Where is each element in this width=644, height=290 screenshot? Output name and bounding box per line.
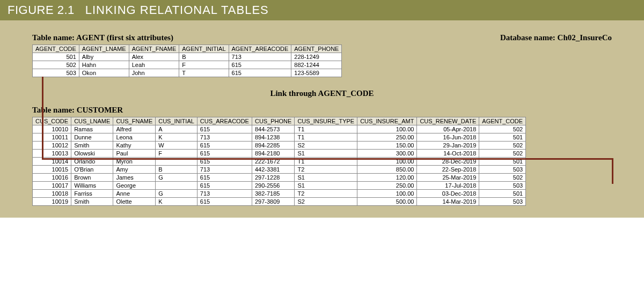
- figure-number: FIGURE 2.1: [8, 3, 75, 17]
- cell: 713: [229, 53, 291, 61]
- cell: Williams: [71, 182, 113, 190]
- cell: 442-3381: [252, 166, 294, 174]
- cell: 100.00: [357, 125, 417, 133]
- cell: 894-2180: [252, 150, 294, 158]
- cell: James: [113, 174, 156, 182]
- cell: T2: [295, 166, 357, 174]
- connector-vertical-left: [42, 77, 43, 160]
- cell: 894-1238: [252, 133, 294, 142]
- cell: S2: [295, 198, 357, 206]
- cell: 10013: [33, 150, 71, 158]
- cell: B: [179, 53, 229, 61]
- cell: 502: [479, 174, 526, 182]
- table-row: 501AlbyAlexB713228-1249: [33, 53, 342, 61]
- cell: 713: [197, 166, 252, 174]
- cell: Olette: [113, 198, 156, 206]
- customer-col-cus_renew_date: CUS_RENEW_DATE: [417, 117, 479, 125]
- cell: 10011: [33, 133, 71, 142]
- cell: 120.00: [357, 174, 417, 182]
- cell: 25-Mar-2019: [417, 174, 479, 182]
- cell: K: [156, 133, 197, 142]
- cell: 228-1249: [291, 53, 342, 61]
- cell: 05-Apr-2018: [417, 125, 479, 133]
- table-row: 10015O'BrianAmyB713442-3381T2850.0022-Se…: [33, 166, 526, 174]
- cell: 882-1244: [291, 61, 342, 69]
- cell: 10018: [33, 190, 71, 198]
- table-row: 503OkonJohnT615123-5589: [33, 69, 342, 77]
- cell: F: [156, 150, 197, 158]
- cell: Hahn: [79, 61, 129, 69]
- cell: Anne: [113, 190, 156, 198]
- customer-col-cus_initial: CUS_INITIAL: [156, 117, 197, 125]
- agent-col-agent_code: AGENT_CODE: [33, 45, 79, 53]
- cell: 615: [197, 150, 252, 158]
- cell: 22-Sep-2018: [417, 166, 479, 174]
- cell: O'Brian: [71, 166, 113, 174]
- agent-col-agent_fname: AGENT_FNAME: [129, 45, 179, 53]
- cell: 300.00: [357, 150, 417, 158]
- customer-col-cus_insure_type: CUS_INSURE_TYPE: [295, 117, 357, 125]
- figure-title: LINKING RELATIONAL TABLES: [85, 3, 269, 17]
- cell: A: [156, 125, 197, 133]
- cell: 123-5589: [291, 69, 342, 77]
- cell: Smith: [71, 142, 113, 150]
- cell: 100.00: [357, 190, 417, 198]
- cell: 713: [197, 190, 252, 198]
- cell: 297-1228: [252, 174, 294, 182]
- cell: 250.00: [357, 133, 417, 142]
- customer-col-cus_code: CUS_CODE: [33, 117, 71, 125]
- cell: Dunne: [71, 133, 113, 142]
- cell: 503: [479, 198, 526, 206]
- cell: 29-Jan-2019: [417, 142, 479, 150]
- table-row: 10017WilliamsGeorge615290-2556S1250.0017…: [33, 182, 526, 190]
- table-row: 10010RamasAlfredA615844-2573T1100.0005-A…: [33, 125, 526, 133]
- connector-horizontal: [42, 158, 613, 160]
- figure-header: FIGURE 2.1 LINKING RELATIONAL TABLES: [0, 0, 644, 20]
- cell: 10017: [33, 182, 71, 190]
- figure-body: Table name: AGENT (first six attributes)…: [0, 20, 644, 218]
- cell: 297-3809: [252, 198, 294, 206]
- cell: 894-2285: [252, 142, 294, 150]
- cell: T2: [295, 190, 357, 198]
- table-row: 10019SmithOletteK615297-3809S2500.0014-M…: [33, 198, 526, 206]
- customer-table-label: Table name: CUSTOMER: [32, 106, 612, 115]
- cell: Leah: [129, 61, 179, 69]
- customer-col-agent_code: AGENT_CODE: [479, 117, 526, 125]
- agent-col-agent_areacode: AGENT_AREACODE: [229, 45, 291, 53]
- cell: 615: [197, 174, 252, 182]
- cell: 501: [479, 133, 526, 142]
- cell: Amy: [113, 166, 156, 174]
- customer-col-cus_phone: CUS_PHONE: [252, 117, 294, 125]
- connector-vertical-right: [612, 158, 613, 184]
- cell: 14-Oct-2018: [417, 150, 479, 158]
- cell: 03-Dec-2018: [417, 190, 479, 198]
- cell: Alex: [129, 53, 179, 61]
- cell: 850.00: [357, 166, 417, 174]
- cell: Paul: [113, 150, 156, 158]
- cell: 502: [479, 150, 526, 158]
- cell: 10015: [33, 166, 71, 174]
- agent-section: Table name: AGENT (first six attributes)…: [32, 30, 342, 77]
- cell: 844-2573: [252, 125, 294, 133]
- cell: 10010: [33, 125, 71, 133]
- cell: 150.00: [357, 142, 417, 150]
- cell: 250.00: [357, 182, 417, 190]
- cell: Smith: [71, 198, 113, 206]
- cell: Kathy: [113, 142, 156, 150]
- cell: 501: [33, 53, 79, 61]
- cell: 615: [197, 198, 252, 206]
- table-row: 10011DunneLeonaK713894-1238T1250.0016-Ju…: [33, 133, 526, 142]
- cell: George: [113, 182, 156, 190]
- agent-col-agent_initial: AGENT_INITIAL: [179, 45, 229, 53]
- cell: Olowski: [71, 150, 113, 158]
- table-row: 10016BrownJamesG615297-1228S1120.0025-Ma…: [33, 174, 526, 182]
- cell: 500.00: [357, 198, 417, 206]
- cell: G: [156, 174, 197, 182]
- cell: Alby: [79, 53, 129, 61]
- agent-table-label: Table name: AGENT (first six attributes): [32, 33, 342, 42]
- cell: T: [179, 69, 229, 77]
- cell: F: [179, 61, 229, 69]
- customer-col-cus_lname: CUS_LNAME: [71, 117, 113, 125]
- customer-col-cus_insure_amt: CUS_INSURE_AMT: [357, 117, 417, 125]
- cell: Ramas: [71, 125, 113, 133]
